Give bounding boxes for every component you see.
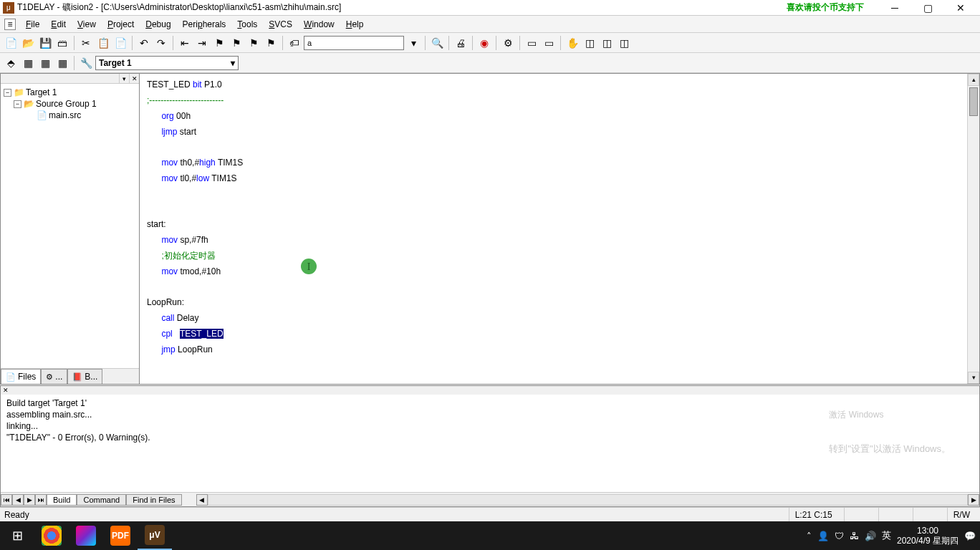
panel-close-icon[interactable]: ✕ xyxy=(129,74,139,84)
code-editor[interactable]: TEST_LED bit P1.0 ;---------------------… xyxy=(140,74,979,384)
tab-scroll-first-icon[interactable]: ⏮ xyxy=(1,494,12,506)
copy-icon[interactable]: 📋 xyxy=(95,35,111,51)
tab-regs[interactable]: ⚙ ... xyxy=(41,369,67,384)
paste-icon[interactable]: 📄 xyxy=(112,35,128,51)
taskbar-uvision[interactable]: μV xyxy=(138,521,172,550)
maximize-button[interactable]: ▢ xyxy=(911,0,944,16)
minimize-button[interactable]: ─ xyxy=(878,0,911,16)
redo-icon[interactable]: ↷ xyxy=(153,35,169,51)
target-options-icon[interactable]: 🔧 xyxy=(78,55,94,71)
close-button[interactable]: ✕ xyxy=(944,0,977,16)
menu-file[interactable]: FFileile xyxy=(20,17,45,32)
panel-dropdown-icon[interactable]: ▾ xyxy=(119,74,129,84)
output-panel: ✕ Build target 'Target 1' assembling mai… xyxy=(0,385,980,507)
find-input[interactable] xyxy=(304,36,404,50)
tool1-icon[interactable]: ◫ xyxy=(582,35,597,51)
project-tree[interactable]: − 📁 Target 1 − 📂 Source Group 1 📄 main.s… xyxy=(1,84,139,368)
menu-project[interactable]: Project xyxy=(102,17,140,32)
tray-volume-icon[interactable]: 🔊 xyxy=(865,531,876,541)
status-ovr xyxy=(913,508,941,521)
taskbar-pdf[interactable]: PDF xyxy=(103,521,138,550)
output-close-icon[interactable]: ✕ xyxy=(1,386,11,395)
tool3-icon[interactable]: ◫ xyxy=(616,35,632,51)
cut-icon[interactable]: ✂ xyxy=(78,35,94,51)
project-panel: ▾ ✕ − 📁 Target 1 − 📂 Source Group 1 📄 ma… xyxy=(0,73,140,385)
project-panel-tabs: 📄 Files ⚙ ... 📕 B... xyxy=(1,368,139,384)
tray-network-icon[interactable]: 🖧 xyxy=(850,531,859,541)
bookmark-clear-icon[interactable]: ⚑ xyxy=(263,35,279,51)
save-icon[interactable]: 💾 xyxy=(37,35,53,51)
menu-peripherals[interactable]: Peripherals xyxy=(177,17,232,32)
tab-build[interactable]: Build xyxy=(47,494,77,506)
collapse-icon[interactable]: − xyxy=(14,100,21,108)
undo-icon[interactable]: ↶ xyxy=(136,35,152,51)
status-cursor-pos: L:21 C:15 xyxy=(789,508,838,521)
build-all-icon[interactable]: ▦ xyxy=(37,55,53,71)
tray-up-icon[interactable]: ˄ xyxy=(807,531,812,541)
tab-scroll-prev-icon[interactable]: ◀ xyxy=(12,494,24,506)
indent-right-icon[interactable]: ⇥ xyxy=(194,35,210,51)
output-tabs: ⏮ ◀ ▶ ⏭ Build Command Find in Files ◀ ▶ xyxy=(1,492,979,506)
collapse-icon[interactable]: − xyxy=(4,89,11,97)
menu-bar: ≡ FFileile Edit View Project Debug Perip… xyxy=(0,16,980,33)
bookmark-prev-icon[interactable]: ⚑ xyxy=(246,35,261,51)
target-folder-icon: 📁 xyxy=(13,87,24,97)
tray-people-icon[interactable]: 👤 xyxy=(817,531,829,541)
start-button[interactable]: ⊞ xyxy=(0,521,34,550)
tree-source-group[interactable]: − 📂 Source Group 1 xyxy=(4,98,136,110)
target-select[interactable]: Target 1▾ xyxy=(95,56,239,70)
tab-files[interactable]: 📄 Files xyxy=(1,369,41,384)
menu-svcs[interactable]: SVCS xyxy=(263,17,298,32)
taskbar-app1[interactable] xyxy=(69,521,103,550)
menu-view[interactable]: View xyxy=(72,17,102,32)
tray-defender-icon[interactable]: 🛡 xyxy=(835,531,844,541)
save-all-icon[interactable]: 🗃 xyxy=(54,35,70,51)
hand-icon[interactable]: ✋ xyxy=(565,35,580,51)
bookmark-next-icon[interactable]: ⚑ xyxy=(229,35,244,51)
app-menu-icon[interactable]: ≡ xyxy=(4,19,16,30)
bookmark-icon[interactable]: ⚑ xyxy=(211,35,227,51)
build-toolbar: ⬘ ▦ ▦ ▦ 🔧 Target 1▾ xyxy=(0,53,980,73)
hscroll-right-icon[interactable]: ▶ xyxy=(968,494,979,506)
debug-icon[interactable]: ◉ xyxy=(476,35,492,51)
options-icon[interactable]: ⚙ xyxy=(500,35,516,51)
hscroll-left-icon[interactable]: ◀ xyxy=(196,494,208,506)
stop-build-icon[interactable]: ▦ xyxy=(54,55,70,71)
menu-edit[interactable]: Edit xyxy=(45,17,72,32)
tab-books[interactable]: 📕 B... xyxy=(67,369,102,384)
new-file-icon[interactable]: 📄 xyxy=(3,35,19,51)
window1-icon[interactable]: ▭ xyxy=(524,35,539,51)
rebuild-icon[interactable]: ▦ xyxy=(20,55,36,71)
windows-activation-watermark: 激活 Windows 转到"设置"以激活 Windows。 xyxy=(829,395,951,478)
taskbar-chrome[interactable] xyxy=(34,521,69,550)
tray-clock[interactable]: 13:00 2020/4/9 星期四 xyxy=(897,526,959,546)
indent-left-icon[interactable]: ⇤ xyxy=(177,35,193,51)
menu-tools[interactable]: Tools xyxy=(231,17,263,32)
find-text-icon[interactable]: 🏷 xyxy=(287,35,302,51)
tree-file-main[interactable]: 📄 main.src xyxy=(4,110,136,121)
tab-scroll-last-icon[interactable]: ⏭ xyxy=(35,494,47,506)
windows-taskbar: ⊞ PDF μV ˄ 👤 🛡 🖧 🔊 英 13:00 2020/4/9 星期四 … xyxy=(0,521,980,550)
tray-ime[interactable]: 英 xyxy=(882,529,891,542)
tab-command[interactable]: Command xyxy=(77,494,126,506)
dropdown-icon[interactable]: ▾ xyxy=(405,35,421,51)
tool2-icon[interactable]: ◫ xyxy=(599,35,615,51)
editor-area: TEST_LED bit P1.0 ;---------------------… xyxy=(140,73,980,385)
open-file-icon[interactable]: 📂 xyxy=(20,35,36,51)
tray-notifications-icon[interactable]: 💬 xyxy=(964,531,976,541)
menu-help[interactable]: Help xyxy=(340,17,370,32)
menu-debug[interactable]: Debug xyxy=(140,17,176,32)
menu-window[interactable]: Window xyxy=(298,17,340,32)
print-icon[interactable]: 🖨 xyxy=(453,35,469,51)
scroll-down-icon[interactable]: ▾ xyxy=(968,372,979,384)
tab-scroll-next-icon[interactable]: ▶ xyxy=(24,494,35,506)
editor-scrollbar[interactable]: ▴ ▾ xyxy=(967,74,979,384)
build-output[interactable]: Build target 'Target 1' assembling main.… xyxy=(1,395,979,492)
window2-icon[interactable]: ▭ xyxy=(541,35,557,51)
tree-target[interactable]: − 📁 Target 1 xyxy=(4,87,136,98)
build-target-icon[interactable]: ⬘ xyxy=(3,55,19,71)
scroll-thumb[interactable] xyxy=(969,87,978,116)
tab-find-in-files[interactable]: Find in Files xyxy=(126,494,181,506)
find-icon[interactable]: 🔍 xyxy=(429,35,445,51)
scroll-up-icon[interactable]: ▴ xyxy=(968,74,979,86)
